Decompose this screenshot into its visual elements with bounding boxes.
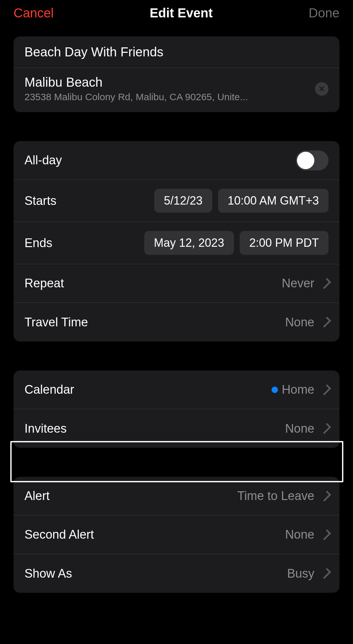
ends-date-button[interactable]: May 12, 2023 bbox=[144, 231, 234, 255]
location-name: Malibu Beach bbox=[24, 75, 248, 90]
chevron-right-icon bbox=[320, 568, 331, 579]
starts-label: Starts bbox=[24, 194, 56, 208]
calendar-color-dot bbox=[272, 387, 278, 393]
chevron-right-icon bbox=[320, 491, 331, 502]
travel-time-value: None bbox=[285, 315, 314, 329]
alert-label: Alert bbox=[24, 489, 50, 503]
starts-row: Starts 5/12/23 10:00 AM GMT+3 bbox=[14, 180, 339, 222]
chevron-right-icon bbox=[320, 278, 331, 289]
show-as-row[interactable]: Show As Busy bbox=[14, 554, 339, 593]
chevron-right-icon bbox=[320, 317, 331, 328]
chevron-right-icon bbox=[320, 529, 331, 540]
second-alert-value: None bbox=[285, 528, 314, 542]
calendar-value: Home bbox=[282, 383, 314, 397]
toggle-knob bbox=[297, 152, 314, 169]
ends-label: Ends bbox=[24, 236, 52, 250]
invitees-row[interactable]: Invitees None bbox=[14, 409, 339, 448]
alert-row[interactable]: Alert Time to Leave bbox=[14, 477, 339, 515]
second-alert-label: Second Alert bbox=[24, 528, 94, 542]
event-location-field[interactable]: Malibu Beach 23538 Malibu Colony Rd, Mal… bbox=[14, 68, 339, 112]
all-day-row: All-day bbox=[14, 141, 339, 180]
cancel-button[interactable]: Cancel bbox=[14, 6, 54, 20]
repeat-row[interactable]: Repeat Never bbox=[14, 264, 339, 303]
close-icon: ✕ bbox=[318, 85, 325, 93]
location-texts: Malibu Beach 23538 Malibu Colony Rd, Mal… bbox=[24, 75, 248, 102]
calendar-label: Calendar bbox=[24, 383, 74, 397]
starts-time-button[interactable]: 10:00 AM GMT+3 bbox=[218, 189, 329, 213]
repeat-label: Repeat bbox=[24, 276, 64, 290]
all-day-label: All-day bbox=[24, 153, 62, 167]
location-address: 23538 Malibu Colony Rd, Malibu, CA 90265… bbox=[24, 91, 248, 102]
event-basics-group: Beach Day With Friends Malibu Beach 2353… bbox=[14, 36, 339, 112]
ends-time-button[interactable]: 2:00 PM PDT bbox=[240, 231, 329, 255]
invitees-value: None bbox=[285, 422, 314, 436]
ends-row: Ends May 12, 2023 2:00 PM PDT bbox=[14, 222, 339, 264]
show-as-value: Busy bbox=[287, 567, 314, 581]
done-button[interactable]: Done bbox=[309, 6, 339, 20]
repeat-value: Never bbox=[282, 276, 314, 290]
participants-group: Calendar Home Invitees None bbox=[14, 370, 339, 448]
alert-value: Time to Leave bbox=[237, 489, 314, 503]
schedule-group: All-day Starts 5/12/23 10:00 AM GMT+3 En… bbox=[14, 141, 339, 341]
starts-date-button[interactable]: 5/12/23 bbox=[154, 189, 212, 213]
second-alert-row[interactable]: Second Alert None bbox=[14, 515, 339, 554]
chevron-right-icon bbox=[320, 384, 331, 395]
nav-bar: Cancel Edit Event Done bbox=[0, 0, 353, 36]
page-title: Edit Event bbox=[150, 6, 213, 20]
chevron-right-icon bbox=[320, 423, 331, 434]
travel-time-row[interactable]: Travel Time None bbox=[14, 303, 339, 341]
all-day-toggle[interactable] bbox=[296, 150, 329, 170]
alerts-group: Alert Time to Leave Second Alert None Sh… bbox=[14, 477, 339, 593]
event-title-field[interactable]: Beach Day With Friends bbox=[14, 36, 339, 68]
show-as-label: Show As bbox=[24, 567, 72, 581]
event-title-text: Beach Day With Friends bbox=[24, 45, 329, 59]
calendar-row[interactable]: Calendar Home bbox=[14, 370, 339, 409]
invitees-label: Invitees bbox=[24, 422, 67, 436]
travel-time-label: Travel Time bbox=[24, 315, 88, 329]
clear-location-button[interactable]: ✕ bbox=[315, 82, 329, 96]
